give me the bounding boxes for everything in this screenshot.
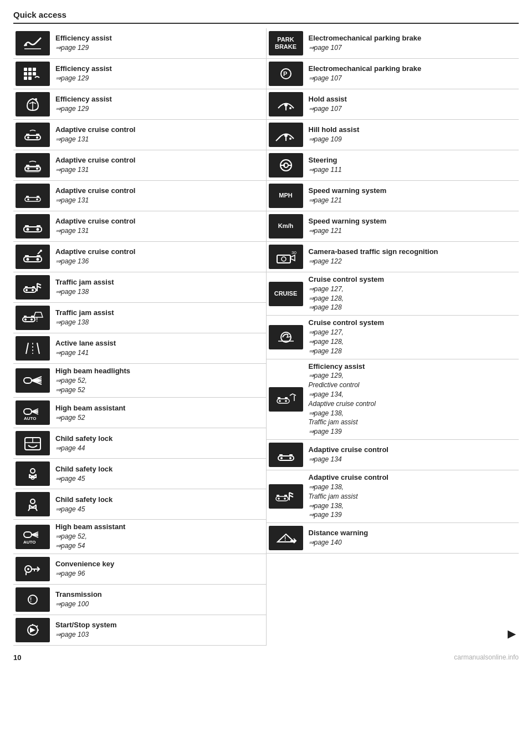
item-page[interactable]: ⇒page 45 bbox=[55, 474, 264, 484]
item-title: Speed warning system bbox=[309, 186, 517, 196]
item-page[interactable]: ⇒page 52, bbox=[55, 376, 264, 385]
svg-rect-26 bbox=[37, 196, 39, 197]
item-page[interactable]: ⇒page 131 bbox=[55, 135, 264, 144]
svg-point-90 bbox=[278, 498, 280, 500]
item-page[interactable]: ⇒page 100 bbox=[55, 600, 264, 609]
item-title: Active lane assist bbox=[55, 339, 264, 348]
item-page[interactable]: ⇒page 136 bbox=[55, 257, 264, 266]
item-page[interactable]: ⇒page 138, bbox=[309, 409, 517, 418]
item-page[interactable]: ⇒page 131 bbox=[55, 196, 264, 205]
item-page[interactable]: ⇒page 141 bbox=[55, 348, 264, 358]
item-page[interactable]: ⇒page 128 bbox=[309, 347, 517, 356]
item-page[interactable]: ⇒page 111 bbox=[309, 165, 517, 175]
item-page[interactable]: ⇒page 134 bbox=[309, 455, 517, 464]
item-page[interactable]: ⇒page 122 bbox=[309, 257, 517, 266]
item-page[interactable]: ⇒page 127, bbox=[309, 328, 517, 337]
list-item: Adaptive cruise control⇒page 131 bbox=[13, 120, 266, 150]
item-page[interactable]: ⇒page 134, bbox=[309, 390, 517, 399]
item-title: Convenience key bbox=[55, 560, 264, 569]
item-page[interactable]: ⇒page 138 bbox=[55, 287, 264, 297]
item-page[interactable]: ⇒page 131 bbox=[55, 226, 264, 236]
list-item: Km/hSpeed warning system⇒page 121 bbox=[267, 211, 519, 242]
icon-svg-childsafety2 bbox=[16, 461, 50, 486]
svg-point-55 bbox=[30, 499, 35, 504]
item-page[interactable]: Traffic jam assist bbox=[309, 492, 517, 501]
svg-text:AUTO: AUTO bbox=[24, 416, 37, 421]
svg-rect-41 bbox=[25, 286, 28, 288]
svg-rect-19 bbox=[26, 165, 29, 166]
item-page[interactable]: ⇒page 52, bbox=[55, 532, 264, 541]
item-page[interactable]: ⇒page 138, bbox=[309, 483, 517, 492]
svg-point-37 bbox=[40, 250, 42, 252]
item-title: Efficiency assist bbox=[55, 34, 264, 43]
item-page[interactable]: ⇒page 109 bbox=[309, 135, 517, 144]
item-page[interactable]: ⇒page 128, bbox=[309, 294, 517, 303]
item-page[interactable]: ⇒page 128, bbox=[309, 337, 517, 347]
list-item: Active lane assist⇒page 141 bbox=[13, 333, 266, 364]
list-item: CRUISECruise control system⇒page 127,⇒pa… bbox=[267, 272, 519, 316]
icon-svg-transmission: ! bbox=[16, 587, 50, 612]
item-page[interactable]: ⇒page 107 bbox=[309, 104, 517, 114]
svg-rect-2 bbox=[28, 68, 32, 71]
item-page[interactable]: ⇒page 138 bbox=[55, 318, 264, 327]
right-column: PARKBRAKEElectromechanical parking brake… bbox=[267, 28, 519, 646]
list-item: High beam headlights⇒page 52,⇒page 52 bbox=[13, 364, 266, 398]
item-title: Child safety lock bbox=[55, 465, 264, 474]
svg-point-71 bbox=[289, 138, 291, 140]
item-page[interactable]: ⇒page 121 bbox=[309, 226, 517, 236]
item-page[interactable]: ⇒page 129 bbox=[55, 74, 264, 83]
item-page[interactable]: ⇒page 138, bbox=[309, 501, 517, 511]
svg-rect-20 bbox=[36, 165, 39, 166]
item-title: Steering bbox=[309, 156, 517, 165]
svg-text:!: ! bbox=[284, 163, 285, 169]
item-page[interactable]: ⇒page 131 bbox=[55, 165, 264, 175]
item-page[interactable]: ⇒page 107 bbox=[309, 43, 517, 53]
svg-rect-50 bbox=[24, 409, 32, 414]
item-page[interactable]: ⇒page 45 bbox=[55, 505, 264, 514]
item-page[interactable]: ⇒page 129 bbox=[55, 104, 264, 114]
svg-point-12 bbox=[27, 136, 29, 139]
left-column: Efficiency assist⇒page 129 Efficiency as… bbox=[13, 28, 267, 646]
page-title: Quick access bbox=[13, 10, 519, 24]
list-item: Efficiency assist⇒page 129,Predictive co… bbox=[267, 359, 519, 440]
item-page[interactable]: ⇒page 139 bbox=[309, 427, 517, 437]
svg-rect-8 bbox=[28, 77, 32, 80]
item-page[interactable]: ⇒page 129 bbox=[55, 43, 264, 53]
item-page[interactable]: ⇒page 52 bbox=[55, 385, 264, 395]
icon-svg-highbeamauto2: AUTO bbox=[16, 525, 50, 549]
item-page[interactable]: ⇒page 121 bbox=[309, 196, 517, 205]
next-page-arrow[interactable]: ▶ bbox=[508, 628, 515, 640]
item-page[interactable]: Predictive control bbox=[309, 380, 517, 390]
list-item: ! Distance warning⇒page 140 bbox=[267, 523, 519, 554]
item-page[interactable]: ⇒page 140 bbox=[309, 538, 517, 547]
item-page[interactable]: ⇒page 127, bbox=[309, 285, 517, 294]
item-page[interactable]: ⇒page 44 bbox=[55, 444, 264, 453]
item-page[interactable]: ⇒page 107 bbox=[309, 74, 517, 83]
svg-rect-92 bbox=[277, 495, 279, 496]
item-page[interactable]: ⇒page 139 bbox=[309, 510, 517, 520]
item-title: Adaptive cruise control bbox=[309, 445, 517, 455]
list-item: MPHSpeed warning system⇒page 121 bbox=[267, 181, 519, 211]
icon-svg-camera: 30 bbox=[269, 245, 303, 269]
item-page[interactable]: ⇒page 54 bbox=[55, 541, 264, 551]
item-page[interactable]: ⇒page 96 bbox=[55, 569, 264, 579]
icon-svg-startstop bbox=[16, 618, 50, 642]
icon-svg-cruise2 bbox=[269, 325, 303, 349]
item-page[interactable]: ⇒page 103 bbox=[55, 630, 264, 640]
svg-point-40 bbox=[32, 289, 34, 291]
svg-point-24 bbox=[36, 199, 38, 201]
item-page[interactable]: ⇒page 129, bbox=[309, 371, 517, 380]
item-title: Efficiency assist bbox=[309, 362, 517, 372]
item-page[interactable]: Traffic jam assist bbox=[309, 418, 517, 427]
svg-text:AUTO: AUTO bbox=[23, 540, 36, 545]
site-url: carmanualsonline.info bbox=[454, 653, 519, 662]
item-page[interactable]: ⇒page 128 bbox=[309, 303, 517, 312]
list-item: Adaptive cruise control⇒page 136 bbox=[13, 242, 266, 272]
item-page[interactable]: ⇒page 52 bbox=[55, 413, 264, 423]
svg-point-33 bbox=[27, 258, 29, 261]
list-item: Child safety lock⇒page 45 bbox=[13, 489, 266, 520]
item-page[interactable]: Adaptive cruise control bbox=[309, 399, 517, 409]
svg-rect-30 bbox=[25, 225, 29, 227]
item-title: Adaptive cruise control bbox=[55, 125, 264, 135]
svg-point-80 bbox=[279, 400, 281, 402]
